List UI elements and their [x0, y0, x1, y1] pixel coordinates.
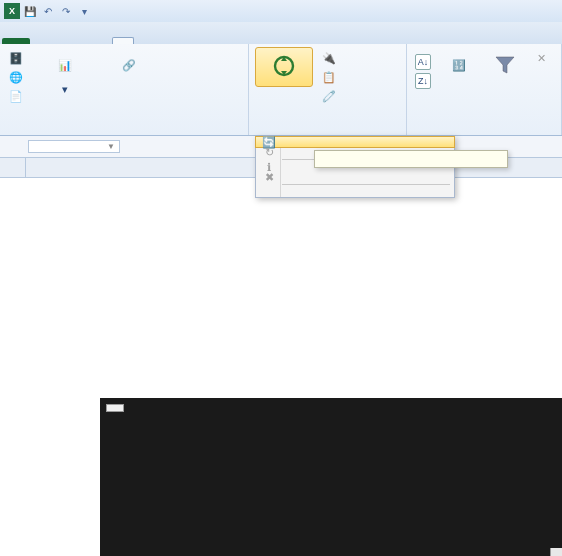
edit-links-button[interactable]: 🧷 [319, 87, 343, 105]
from-web-button[interactable]: 🌐 [6, 68, 30, 86]
menu-connection-properties[interactable] [256, 187, 454, 197]
worksheet-grid [0, 158, 562, 556]
excel-icon: X [4, 3, 20, 19]
web-icon: 🌐 [8, 69, 24, 85]
text-file-icon: 📄 [8, 88, 24, 104]
from-other-sources-button[interactable]: 📊 ▾ [36, 47, 94, 98]
group-connections: 🔌 📋 🧷 [249, 44, 407, 135]
sort-desc-button[interactable]: Z↓ [413, 72, 433, 90]
chart-3d-column[interactable] [100, 398, 562, 556]
properties-icon: 📋 [321, 69, 337, 85]
other-sources-icon: 📊 [49, 49, 81, 81]
sort-desc-icon: Z↓ [415, 73, 431, 89]
connections-icon: 🔌 [321, 50, 337, 66]
sort-icon: 🔢 [443, 49, 475, 81]
group-label [413, 132, 555, 134]
quick-access-toolbar: X 💾 ↶ ↷ ▾ [4, 3, 92, 19]
filter-button[interactable] [485, 47, 525, 85]
refresh-icon [268, 50, 300, 82]
name-box[interactable]: ▼ [28, 140, 120, 153]
clear-icon: ✕ [533, 50, 549, 66]
group-label [6, 132, 242, 134]
tooltip-refresh-all [314, 150, 508, 168]
chart-title[interactable] [106, 404, 124, 412]
sort-asc-icon: A↓ [415, 54, 431, 70]
save-icon[interactable]: 💾 [22, 3, 38, 19]
menu-cancel-refresh[interactable]: ✖ [256, 172, 454, 182]
from-access-button[interactable]: 🗄️ [6, 49, 30, 67]
existing-conn-icon: 🔗 [113, 49, 145, 81]
group-get-external-data: 🗄️ 🌐 📄 📊 ▾ 🔗 [0, 44, 249, 135]
existing-connections-button[interactable]: 🔗 [100, 47, 158, 85]
group-sort-filter: A↓ Z↓ 🔢 ✕ [407, 44, 562, 135]
sort-asc-button[interactable]: A↓ [413, 53, 433, 71]
funnel-icon [489, 49, 521, 81]
redo-icon[interactable]: ↷ [58, 3, 74, 19]
qat-more-icon[interactable]: ▾ [76, 3, 92, 19]
from-text-button[interactable]: 📄 [6, 87, 30, 105]
cancel-icon: ✖ [261, 169, 277, 185]
namebox-dropdown-icon[interactable]: ▼ [107, 142, 115, 151]
title-bar: X 💾 ↶ ↷ ▾ [0, 0, 562, 22]
refresh-single-icon: ↻ [261, 144, 277, 160]
chart-plot-area[interactable] [100, 398, 562, 556]
connections-button[interactable]: 🔌 [319, 49, 343, 67]
select-all-triangle[interactable] [0, 158, 26, 178]
edit-links-icon: 🧷 [321, 88, 337, 104]
sort-button[interactable]: 🔢 [439, 47, 479, 85]
tab-data[interactable] [112, 37, 134, 44]
chart-legend[interactable] [550, 548, 562, 556]
ribbon: 🗄️ 🌐 📄 📊 ▾ 🔗 🔌 [0, 44, 562, 136]
ribbon-tabs [0, 22, 562, 44]
undo-icon[interactable]: ↶ [40, 3, 56, 19]
access-icon: 🗄️ [8, 50, 24, 66]
refresh-all-button[interactable] [255, 47, 313, 87]
properties-button[interactable]: 📋 [319, 68, 343, 86]
clear-filter-button[interactable]: ✕ [531, 49, 555, 67]
